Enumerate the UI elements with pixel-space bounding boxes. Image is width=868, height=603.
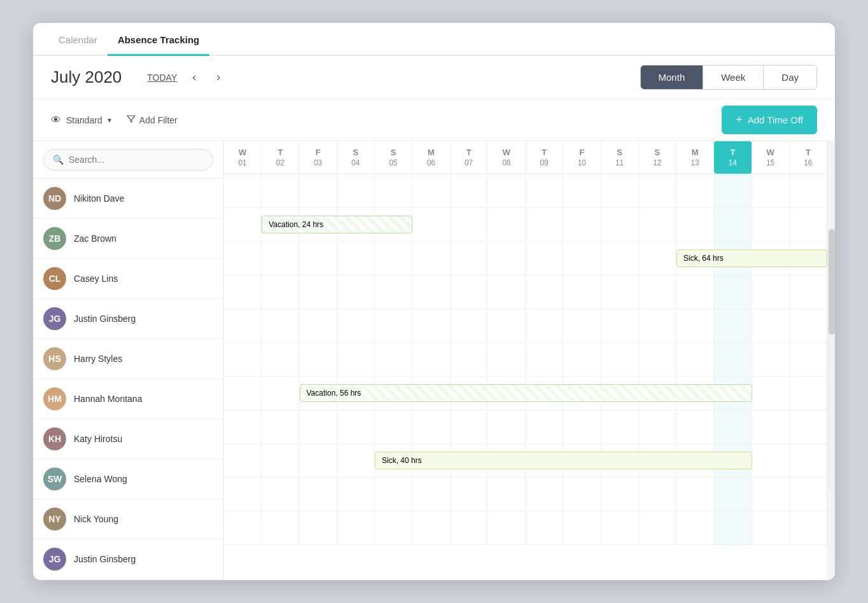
cal-cell[interactable] xyxy=(639,410,676,443)
cal-cell[interactable] xyxy=(488,242,526,275)
cal-cell[interactable] xyxy=(526,208,563,241)
cal-cell[interactable] xyxy=(526,242,563,275)
cal-cell[interactable] xyxy=(451,309,488,342)
cal-cell[interactable] xyxy=(300,343,337,376)
cal-cell[interactable] xyxy=(714,511,752,544)
cal-cell[interactable] xyxy=(224,478,262,511)
cal-cell[interactable] xyxy=(526,478,563,511)
cal-cell[interactable] xyxy=(375,478,412,511)
cal-cell[interactable] xyxy=(300,309,337,342)
cal-cell[interactable] xyxy=(412,275,450,308)
cal-cell[interactable] xyxy=(451,410,488,443)
cal-cell[interactable] xyxy=(224,242,262,275)
cal-cell[interactable] xyxy=(412,208,450,241)
cal-cell[interactable] xyxy=(451,275,488,308)
cal-cell[interactable] xyxy=(639,174,676,207)
cal-cell[interactable] xyxy=(563,174,601,207)
cal-cell[interactable] xyxy=(451,511,488,544)
cal-cell[interactable] xyxy=(563,478,601,511)
cal-cell[interactable] xyxy=(451,174,488,207)
cal-cell[interactable] xyxy=(224,309,262,342)
cal-cell[interactable] xyxy=(412,343,450,376)
cal-cell[interactable] xyxy=(451,242,488,275)
cal-cell[interactable] xyxy=(790,275,827,308)
cal-cell[interactable] xyxy=(676,478,714,511)
cal-cell[interactable] xyxy=(714,410,752,443)
cal-cell[interactable] xyxy=(451,208,488,241)
cal-cell[interactable] xyxy=(752,410,790,443)
cal-cell[interactable] xyxy=(714,478,752,511)
cal-cell[interactable] xyxy=(337,410,375,443)
cal-cell[interactable] xyxy=(375,309,412,342)
cal-cell[interactable] xyxy=(676,174,714,207)
cal-cell[interactable] xyxy=(639,478,676,511)
cal-cell[interactable] xyxy=(676,208,714,241)
cal-cell[interactable] xyxy=(601,174,639,207)
cal-cell[interactable] xyxy=(714,309,752,342)
cal-cell[interactable] xyxy=(601,478,639,511)
cal-cell[interactable] xyxy=(676,410,714,443)
cal-cell[interactable] xyxy=(526,275,563,308)
search-input[interactable] xyxy=(69,155,204,165)
cal-cell[interactable] xyxy=(752,343,790,376)
cal-cell[interactable] xyxy=(752,444,790,477)
prev-arrow[interactable]: ‹ xyxy=(187,68,201,87)
cal-cell[interactable] xyxy=(752,377,790,410)
cal-cell[interactable] xyxy=(337,309,375,342)
cal-cell[interactable] xyxy=(790,174,827,207)
cal-cell[interactable] xyxy=(337,242,375,275)
cal-cell[interactable] xyxy=(224,410,262,443)
cal-cell[interactable] xyxy=(224,208,262,241)
cal-cell[interactable] xyxy=(639,275,676,308)
cal-cell[interactable] xyxy=(752,208,790,241)
cal-cell[interactable] xyxy=(676,511,714,544)
cal-cell[interactable] xyxy=(337,174,375,207)
cal-cell[interactable] xyxy=(752,174,790,207)
view-day-button[interactable]: Day xyxy=(764,66,816,89)
cal-cell[interactable] xyxy=(375,174,412,207)
cal-cell[interactable] xyxy=(563,511,601,544)
cal-cell[interactable] xyxy=(526,410,563,443)
cal-cell[interactable] xyxy=(601,410,639,443)
cal-cell[interactable] xyxy=(412,242,450,275)
cal-cell[interactable] xyxy=(224,444,262,477)
cal-cell[interactable] xyxy=(224,511,262,544)
cal-cell[interactable] xyxy=(262,343,299,376)
view-month-button[interactable]: Month xyxy=(641,66,704,89)
view-week-button[interactable]: Week xyxy=(703,66,764,89)
cal-cell[interactable] xyxy=(790,511,827,544)
cal-cell[interactable] xyxy=(488,174,526,207)
cal-cell[interactable] xyxy=(676,275,714,308)
cal-cell[interactable] xyxy=(300,444,337,477)
standard-dropdown[interactable]: 👁 Standard ▾ xyxy=(51,114,111,126)
cal-cell[interactable] xyxy=(262,444,299,477)
cal-cell[interactable] xyxy=(714,343,752,376)
next-arrow[interactable]: › xyxy=(211,68,225,87)
cal-cell[interactable] xyxy=(375,410,412,443)
cal-cell[interactable] xyxy=(488,275,526,308)
cal-cell[interactable] xyxy=(639,343,676,376)
cal-cell[interactable] xyxy=(563,208,601,241)
cal-cell[interactable] xyxy=(714,208,752,241)
cal-cell[interactable] xyxy=(526,343,563,376)
cal-cell[interactable] xyxy=(639,511,676,544)
cal-cell[interactable] xyxy=(262,511,299,544)
cal-cell[interactable] xyxy=(262,410,299,443)
cal-cell[interactable] xyxy=(526,309,563,342)
cal-cell[interactable] xyxy=(300,174,337,207)
cal-cell[interactable] xyxy=(262,478,299,511)
tab-absence-tracking[interactable]: Absence Tracking xyxy=(108,23,209,56)
cal-cell[interactable] xyxy=(526,511,563,544)
cal-cell[interactable] xyxy=(488,478,526,511)
cal-cell[interactable] xyxy=(639,309,676,342)
cal-cell[interactable] xyxy=(790,208,827,241)
cal-cell[interactable] xyxy=(337,275,375,308)
cal-cell[interactable] xyxy=(300,275,337,308)
cal-cell[interactable] xyxy=(224,174,262,207)
cal-cell[interactable] xyxy=(676,343,714,376)
scrollbar-thumb[interactable] xyxy=(829,229,835,335)
cal-cell[interactable] xyxy=(563,242,601,275)
cal-cell[interactable] xyxy=(790,377,827,410)
cal-cell[interactable] xyxy=(790,410,827,443)
calendar-event[interactable]: Vacation, 56 hrs xyxy=(300,384,752,402)
